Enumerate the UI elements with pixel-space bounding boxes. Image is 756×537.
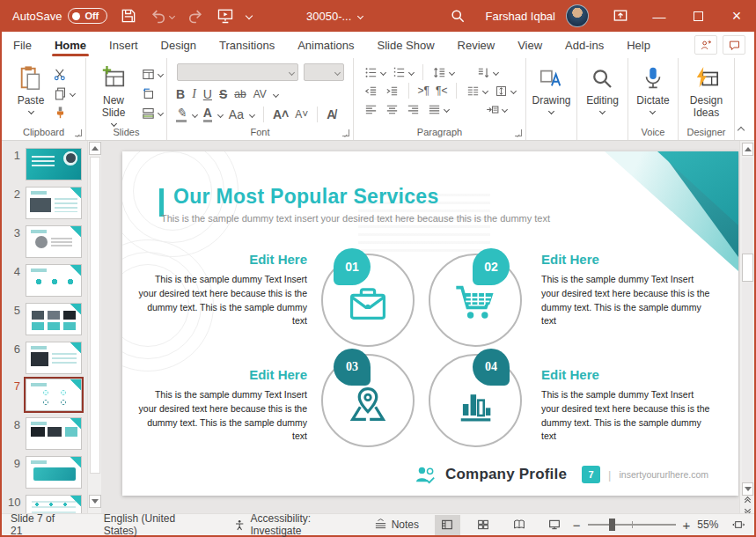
- align-text-button[interactable]: [494, 84, 516, 99]
- align-right-button[interactable]: [406, 102, 421, 117]
- slide-layout-button[interactable]: [141, 67, 163, 82]
- quick-access-more-icon[interactable]: [246, 12, 253, 19]
- user-name[interactable]: Farshad Iqbal: [475, 0, 567, 32]
- edit-here-heading[interactable]: Edit Here: [541, 252, 714, 267]
- numbering-button[interactable]: [392, 65, 414, 80]
- footer-url[interactable]: insertyoururlhere.com: [619, 469, 708, 480]
- service-body-text[interactable]: This is the sample dummy Text Insert you…: [135, 273, 307, 328]
- format-painter-button[interactable]: [53, 106, 75, 121]
- scroll-down-button[interactable]: [742, 482, 753, 496]
- service-circle-3[interactable]: 03: [321, 354, 415, 447]
- minimize-button[interactable]: —: [640, 0, 679, 32]
- slide-thumbnail[interactable]: [26, 417, 82, 450]
- comments-button[interactable]: [723, 35, 745, 55]
- tab-add-ins[interactable]: Add-ins: [554, 32, 615, 58]
- title-dropdown-icon[interactable]: [357, 12, 363, 18]
- language-status[interactable]: English (United States): [97, 514, 214, 535]
- service-text-4[interactable]: Edit Here This is the sample dummy Text …: [541, 367, 714, 444]
- tab-view[interactable]: View: [506, 32, 554, 58]
- editing-button[interactable]: Editing: [581, 62, 624, 114]
- zoom-in-button[interactable]: +: [683, 518, 691, 533]
- reading-view-button[interactable]: [506, 515, 532, 535]
- notes-button[interactable]: Notes: [367, 514, 426, 535]
- tab-transitions[interactable]: Transitions: [208, 32, 286, 58]
- service-circle-4[interactable]: 04: [429, 354, 522, 447]
- clipboard-dialog-launcher[interactable]: [75, 129, 82, 136]
- tab-animations[interactable]: Animations: [286, 32, 365, 58]
- slide-counter[interactable]: Slide 7 of 21: [2, 514, 74, 535]
- scroll-up-button[interactable]: [89, 142, 101, 155]
- cut-button[interactable]: [53, 67, 75, 82]
- slide-thumbnail[interactable]: [26, 225, 82, 258]
- scrollbar-thumb[interactable]: [742, 254, 753, 282]
- service-text-1[interactable]: Edit Here This is the sample dummy Text …: [135, 252, 307, 328]
- paragraph-dialog-launcher[interactable]: [515, 129, 522, 136]
- copy-button[interactable]: [53, 86, 75, 101]
- align-center-button[interactable]: [385, 102, 400, 117]
- justify-button[interactable]: [427, 102, 449, 117]
- text-direction-button[interactable]: [476, 65, 498, 80]
- bold-button[interactable]: B: [176, 87, 185, 101]
- zoom-level[interactable]: 55%: [690, 514, 725, 535]
- left-to-right-button[interactable]: >¶: [418, 85, 429, 97]
- number-badge-04[interactable]: 04: [473, 349, 510, 386]
- number-badge-02[interactable]: 02: [473, 248, 510, 285]
- account-button[interactable]: [566, 0, 601, 32]
- tab-file[interactable]: File: [2, 32, 43, 58]
- slide-editor[interactable]: Our Most Popular Services This is the sa…: [122, 151, 738, 496]
- bullets-button[interactable]: [363, 65, 385, 80]
- zoom-slider-thumb[interactable]: [609, 519, 615, 531]
- edit-here-heading[interactable]: Edit Here: [541, 367, 714, 382]
- service-circle-1[interactable]: 01: [321, 254, 415, 347]
- underline-button[interactable]: U: [203, 87, 212, 101]
- service-circle-2[interactable]: 02: [429, 254, 522, 347]
- share-button[interactable]: [694, 35, 717, 55]
- company-profile-label[interactable]: Company Profile: [445, 466, 567, 483]
- thumbnail-scrollbar-thumb[interactable]: [90, 157, 100, 474]
- zoom-slider[interactable]: [588, 524, 676, 526]
- new-slide-button[interactable]: New Slide: [90, 62, 137, 126]
- normal-view-button[interactable]: [435, 515, 460, 535]
- increase-indent-button[interactable]: [385, 84, 400, 99]
- font-dialog-launcher[interactable]: [342, 129, 349, 136]
- font-name-select[interactable]: [177, 63, 298, 81]
- clear-formatting-button[interactable]: A̸: [327, 107, 335, 121]
- save-icon[interactable]: [120, 7, 137, 25]
- character-spacing-button[interactable]: AV: [253, 88, 267, 100]
- document-title[interactable]: 30050-...: [306, 0, 363, 32]
- search-button[interactable]: [440, 0, 475, 32]
- collapse-ribbon-button[interactable]: [735, 58, 751, 140]
- slide-thumbnail[interactable]: [26, 264, 82, 297]
- page-number-badge[interactable]: 7: [582, 466, 600, 483]
- slide-thumbnail[interactable]: [26, 342, 82, 374]
- columns-button[interactable]: [466, 84, 488, 99]
- fit-to-window-button[interactable]: [725, 515, 751, 535]
- slide-thumbnail[interactable]: [26, 187, 82, 219]
- scrollbar-track[interactable]: [742, 158, 753, 483]
- design-ideas-button[interactable]: Design Ideas: [681, 62, 732, 119]
- undo-dropdown-icon[interactable]: [169, 12, 175, 18]
- slide-thumbnail[interactable]: [26, 303, 82, 335]
- maximize-button[interactable]: [679, 0, 717, 32]
- dictate-button[interactable]: Dictate: [631, 62, 674, 114]
- tab-home[interactable]: Home: [43, 32, 98, 58]
- service-text-3[interactable]: Edit Here This is the sample dummy Text …: [135, 367, 307, 444]
- autosave-switch[interactable]: Off: [68, 8, 107, 24]
- service-body-text[interactable]: This is the sample dummy Text Insert you…: [135, 388, 307, 444]
- align-left-button[interactable]: [363, 102, 378, 117]
- service-body-text[interactable]: This is the sample dummy Text Insert you…: [541, 273, 714, 328]
- scroll-up-button[interactable]: [742, 143, 753, 156]
- number-badge-03[interactable]: 03: [334, 349, 371, 386]
- highlight-color-button[interactable]: ✎: [176, 107, 187, 122]
- slide-footer[interactable]: Company Profile 7 | insertyoururlhere.co…: [415, 465, 708, 484]
- font-color-button[interactable]: A: [203, 107, 212, 122]
- autosave-toggle[interactable]: AutoSave Off: [12, 8, 107, 24]
- increase-font-size-button[interactable]: A˄: [273, 107, 289, 121]
- right-to-left-button[interactable]: ¶<: [436, 85, 447, 97]
- slide-thumbnail[interactable]: [26, 148, 82, 180]
- line-spacing-button[interactable]: [432, 65, 454, 80]
- tab-help[interactable]: Help: [615, 32, 662, 58]
- decrease-indent-button[interactable]: [363, 84, 378, 99]
- decrease-font-size-button[interactable]: A˅: [295, 108, 308, 121]
- slideshow-view-button[interactable]: [542, 515, 568, 535]
